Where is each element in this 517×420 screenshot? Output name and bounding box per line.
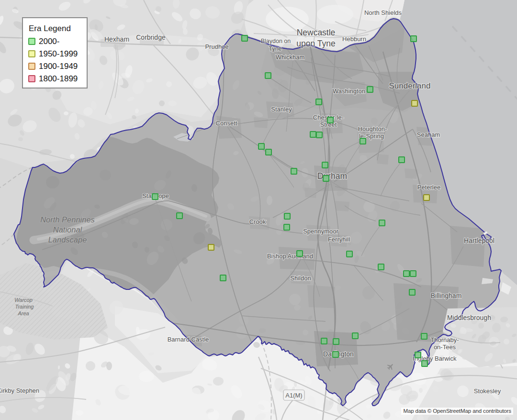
svg-text:upon Tyne: upon Tyne [296, 39, 335, 48]
svg-text:Consett: Consett [216, 120, 237, 127]
svg-text:Ferryhill: Ferryhill [328, 236, 350, 243]
svg-text:Landscape: Landscape [48, 235, 87, 244]
svg-text:Thornaby-: Thornaby- [430, 336, 459, 343]
svg-text:North Shields: North Shields [364, 9, 402, 16]
svg-text:Kirkby Stephen: Kirkby Stephen [0, 387, 39, 394]
svg-text:Washington: Washington [333, 88, 365, 95]
svg-text:on-Tees: on-Tees [434, 343, 456, 351]
svg-text:Hebburn: Hebburn [342, 35, 366, 43]
svg-text:Whickham: Whickham [276, 54, 305, 61]
svg-text:Training: Training [15, 304, 34, 309]
svg-text:Crook: Crook [249, 218, 266, 225]
svg-text:Hexham: Hexham [104, 35, 129, 43]
svg-text:Billingham: Billingham [431, 292, 462, 299]
svg-text:Sunderland: Sunderland [389, 81, 431, 90]
svg-text:Tyne: Tyne [269, 45, 281, 52]
svg-text:Hartlepool: Hartlepool [464, 237, 495, 244]
svg-text:Area: Area [17, 310, 29, 316]
svg-text:Warcop: Warcop [14, 297, 33, 303]
svg-text:Prudhoe: Prudhoe [205, 43, 228, 50]
svg-text:Middlesbrough: Middlesbrough [447, 314, 491, 321]
svg-text:Stanley: Stanley [271, 106, 292, 113]
svg-text:Spennymoor: Spennymoor [303, 228, 338, 235]
svg-text:Blaydon on: Blaydon on [261, 38, 291, 44]
svg-text:National: National [53, 225, 83, 234]
svg-text:Bishop Auckland: Bishop Auckland [267, 253, 313, 260]
svg-text:Shildon: Shildon [290, 275, 311, 282]
svg-text:Seaham: Seaham [417, 131, 440, 138]
svg-text:Stokesley: Stokesley [474, 387, 501, 395]
svg-text:Peterlee: Peterlee [417, 184, 440, 191]
svg-text:Corbridge: Corbridge [136, 33, 166, 41]
svg-text:Houghton-: Houghton- [358, 125, 387, 133]
svg-text:A1(M): A1(M) [285, 392, 302, 399]
svg-text:Newcastle: Newcastle [297, 28, 336, 37]
svg-text:North Pennines: North Pennines [40, 215, 95, 224]
svg-text:Barnard Castle: Barnard Castle [168, 336, 209, 343]
svg-text:Durham: Durham [317, 171, 347, 181]
